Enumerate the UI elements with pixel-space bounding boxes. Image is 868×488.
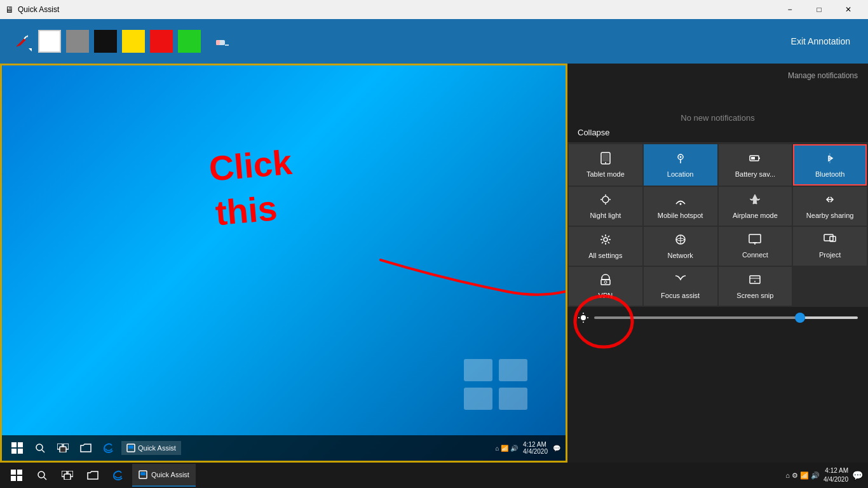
quick-action-bluetooth[interactable]: Bluetooth	[793, 144, 867, 186]
all-settings-icon	[599, 233, 612, 249]
eraser-tool[interactable]	[211, 30, 234, 53]
svg-rect-43	[824, 234, 833, 241]
screen-snip-icon	[749, 273, 761, 289]
color-green[interactable]	[178, 30, 201, 53]
host-edge-button[interactable]	[107, 464, 130, 487]
host-quick-assist-taskbar[interactable]: Quick Assist	[132, 464, 196, 487]
close-button[interactable]: ✕	[834, 0, 863, 19]
notification-panel: Manage notifications No new notification…	[567, 64, 868, 463]
svg-rect-57	[11, 476, 16, 481]
color-black[interactable]	[94, 30, 117, 53]
bluetooth-icon	[824, 152, 836, 168]
quick-action-tablet-mode[interactable]: Tablet mode	[569, 144, 642, 186]
svg-point-49	[581, 315, 586, 320]
project-label: Project	[819, 251, 841, 259]
quick-action-location[interactable]: Location	[644, 144, 717, 186]
svg-point-27	[679, 156, 681, 158]
svg-line-17	[42, 450, 44, 452]
color-white[interactable]	[38, 30, 61, 53]
mobile-hotspot-label: Mobile hotspot	[658, 212, 703, 219]
svg-rect-58	[17, 476, 22, 481]
remote-search-button[interactable]	[30, 438, 50, 458]
mobile-hotspot-icon	[674, 193, 687, 209]
quick-action-night-light[interactable]: Night light	[569, 187, 642, 226]
svg-point-36	[679, 203, 681, 205]
remote-time: 4:12 AM 4/4/2020	[523, 441, 548, 455]
remote-taskview-button[interactable]	[53, 438, 73, 458]
remote-edge-button[interactable]	[98, 438, 119, 458]
maximize-button[interactable]: □	[804, 0, 834, 19]
collapse-bar[interactable]: Collapse	[567, 123, 868, 143]
svg-marker-0	[17, 39, 25, 46]
remote-quick-assist-taskbar[interactable]: Quick Assist	[121, 441, 181, 455]
svg-line-60	[44, 477, 46, 480]
location-label: Location	[667, 170, 694, 178]
color-gray[interactable]	[66, 30, 89, 53]
svg-rect-8	[464, 388, 492, 410]
svg-rect-56	[17, 470, 22, 475]
quick-action-project[interactable]: Project	[793, 227, 867, 266]
brightness-control	[567, 307, 868, 329]
manage-notifications-button[interactable]: Manage notifications	[567, 64, 868, 88]
brightness-thumb[interactable]	[795, 313, 805, 323]
nearby-sharing-label: Nearby sharing	[806, 212, 854, 219]
remote-app-label: Quick Assist	[138, 444, 176, 452]
remote-notification-icon[interactable]: 💬	[553, 445, 560, 452]
svg-text:Click: Click	[208, 143, 294, 189]
host-search-button[interactable]	[31, 464, 53, 487]
svg-rect-20	[60, 447, 66, 452]
tablet-mode-label: Tablet mode	[587, 170, 625, 178]
quick-actions-grid: Tablet mode Location	[567, 143, 868, 307]
quick-action-focus-assist[interactable]: Focus assist	[644, 267, 717, 306]
remote-start-button[interactable]	[7, 438, 27, 458]
minimize-button[interactable]: −	[775, 0, 804, 19]
desktop-background: Click this	[2, 65, 566, 461]
main-content: Click this	[0, 64, 868, 463]
vpn-icon	[599, 273, 612, 289]
svg-rect-22	[128, 445, 133, 449]
quick-action-connect[interactable]: Connect	[719, 227, 792, 266]
project-icon	[824, 234, 836, 248]
svg-rect-40	[749, 234, 761, 243]
svg-rect-13	[18, 442, 23, 447]
host-clock: 4:12 AM 4/4/2020	[824, 466, 848, 484]
quick-action-network[interactable]: Network	[644, 227, 717, 266]
svg-rect-15	[18, 449, 23, 454]
airplane-mode-label: Airplane mode	[733, 212, 778, 219]
svg-rect-14	[11, 449, 17, 454]
quick-action-vpn[interactable]: VPN	[569, 267, 642, 306]
host-start-button[interactable]	[5, 464, 28, 487]
color-yellow[interactable]	[122, 30, 145, 53]
pen-tool[interactable]	[10, 30, 33, 53]
svg-rect-55	[11, 470, 16, 475]
host-explorer-button[interactable]	[81, 464, 104, 487]
svg-rect-12	[11, 442, 17, 447]
focus-assist-icon	[674, 273, 687, 289]
quick-action-battery-saver[interactable]: Battery sav...	[719, 144, 792, 186]
exit-annotation-button[interactable]: Exit Annotation	[783, 32, 858, 50]
svg-rect-7	[499, 359, 527, 381]
connect-icon	[749, 234, 761, 248]
remote-explorer-button[interactable]	[76, 438, 96, 458]
quick-action-mobile-hotspot[interactable]: Mobile hotspot	[644, 187, 717, 226]
remote-taskbar: Quick Assist ⌂ 📶 🔊 4:12 AM 4/4/2020 💬	[2, 435, 566, 461]
nearby-sharing-icon	[824, 193, 836, 209]
remote-system-icons: ⌂ 📶 🔊	[495, 445, 518, 452]
svg-text:this: this	[214, 189, 278, 233]
remote-screen[interactable]: Click this	[0, 64, 567, 463]
quick-action-airplane-mode[interactable]: Airplane mode	[719, 187, 792, 226]
host-taskbar: Quick Assist ⌂ ⚙ 📶 🔊 4:12 AM 4/4/2020 💬	[0, 463, 868, 488]
quick-action-all-settings[interactable]: All settings	[569, 227, 642, 266]
brightness-slider[interactable]	[594, 316, 858, 319]
focus-assist-label: Focus assist	[661, 292, 700, 299]
collapse-label: Collapse	[578, 128, 610, 137]
quick-action-screen-snip[interactable]: Screen snip	[719, 267, 792, 306]
quick-action-nearby-sharing[interactable]: Nearby sharing	[793, 187, 867, 226]
app-icon: 🖥	[5, 4, 14, 15]
host-notification-icon[interactable]: 💬	[852, 470, 863, 480]
svg-rect-29	[759, 158, 760, 159]
svg-point-37	[604, 238, 607, 241]
network-icon	[674, 233, 687, 249]
host-taskview-button[interactable]	[56, 464, 79, 487]
color-red[interactable]	[150, 30, 173, 53]
